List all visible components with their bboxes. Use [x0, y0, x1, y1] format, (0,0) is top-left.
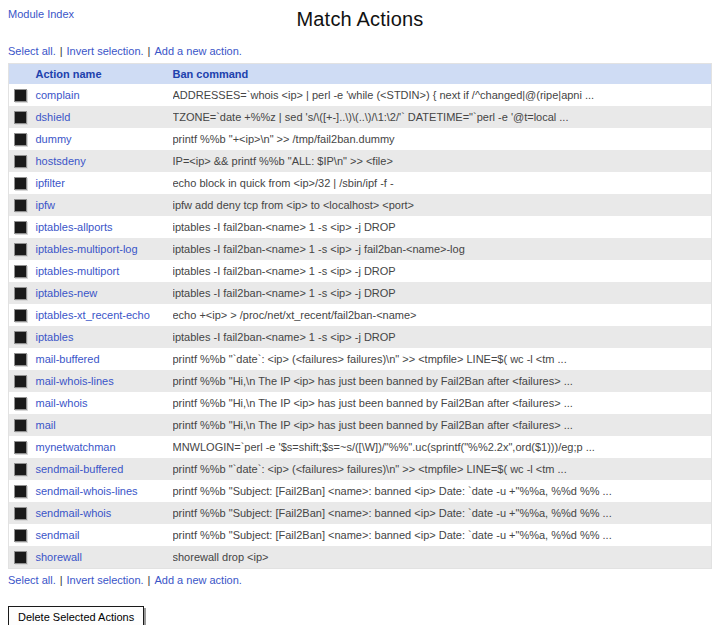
- ban-command-column-header: Ban command: [173, 64, 712, 85]
- ban-command-text: printf %%b "Subject: [Fail2Ban] <name>: …: [173, 480, 712, 502]
- action-name-link[interactable]: shorewall: [36, 551, 82, 563]
- ban-command-text: printf %%b "Hi,\n The IP <ip> has just b…: [173, 392, 712, 414]
- table-row: iptables-new iptables -I fail2ban-<name>…: [9, 282, 712, 304]
- invert-selection-link-bottom[interactable]: Invert selection.: [67, 574, 144, 586]
- table-row: iptables-allports iptables -I fail2ban-<…: [9, 216, 712, 238]
- table-row: iptables-multiport iptables -I fail2ban-…: [9, 260, 712, 282]
- module-index-link[interactable]: Module Index: [8, 8, 74, 20]
- action-name-link[interactable]: sendmail: [36, 529, 80, 541]
- row-checkbox[interactable]: [14, 551, 27, 564]
- ban-command-text: printf %%b "Subject: [Fail2Ban] <name>: …: [173, 524, 712, 546]
- ban-command-text: shorewall drop <ip>: [173, 546, 712, 568]
- table-row: ipfilter echo block in quick from <ip>/3…: [9, 172, 712, 194]
- top-bar: Module Index Match Actions: [8, 6, 712, 40]
- row-checkbox[interactable]: [14, 155, 27, 168]
- action-name-link[interactable]: iptables-multiport-log: [36, 243, 138, 255]
- invert-selection-link-top[interactable]: Invert selection.: [67, 45, 144, 57]
- ban-command-text: iptables -I fail2ban-<name> 1 -s <ip> -j…: [173, 260, 712, 282]
- ban-command-text: iptables -I fail2ban-<name> 1 -s <ip> -j…: [173, 282, 712, 304]
- ban-command-text: ipfw add deny tcp from <ip> to <localhos…: [173, 194, 712, 216]
- action-name-link[interactable]: sendmail-buffered: [36, 463, 124, 475]
- row-checkbox[interactable]: [14, 485, 27, 498]
- row-checkbox[interactable]: [14, 507, 27, 520]
- action-name-link[interactable]: sendmail-whois: [36, 507, 112, 519]
- add-new-action-link-top[interactable]: Add a new action.: [154, 45, 241, 57]
- row-checkbox[interactable]: [14, 111, 27, 124]
- table-row: sendmail-whois printf %%b "Subject: [Fai…: [9, 502, 712, 524]
- table-row: complain ADDRESSES=`whois <ip> | perl -e…: [9, 84, 712, 106]
- action-name-column-header: Action name: [36, 64, 173, 85]
- ban-command-text: printf %%b "Subject: [Fail2Ban] <name>: …: [173, 502, 712, 524]
- action-name-link[interactable]: dshield: [36, 111, 71, 123]
- row-checkbox[interactable]: [14, 309, 27, 322]
- link-separator: |: [60, 45, 63, 57]
- ban-command-text: echo block in quick from <ip>/32 | /sbin…: [173, 172, 712, 194]
- ban-command-text: iptables -I fail2ban-<name> 1 -s <ip> -j…: [173, 216, 712, 238]
- table-row: sendmail-buffered printf %%b "`date`: <i…: [9, 458, 712, 480]
- row-checkbox[interactable]: [14, 199, 27, 212]
- action-name-link[interactable]: iptables: [36, 331, 74, 343]
- row-checkbox[interactable]: [14, 287, 27, 300]
- action-name-link[interactable]: mynetwatchman: [36, 441, 116, 453]
- table-row: sendmail printf %%b "Subject: [Fail2Ban]…: [9, 524, 712, 546]
- ban-command-text: printf %%b "`date`: <ip> (<failures> fai…: [173, 348, 712, 370]
- table-row: mail-buffered printf %%b "`date`: <ip> (…: [9, 348, 712, 370]
- action-name-link[interactable]: iptables-xt_recent-echo: [36, 309, 150, 321]
- table-row: sendmail-whois-lines printf %%b "Subject…: [9, 480, 712, 502]
- action-name-link[interactable]: mail-whois-lines: [36, 375, 114, 387]
- row-checkbox[interactable]: [14, 221, 27, 234]
- row-checkbox[interactable]: [14, 419, 27, 432]
- ban-command-text: iptables -I fail2ban-<name> 1 -s <ip> -j…: [173, 238, 712, 260]
- ban-command-text: iptables -I fail2ban-<name> 1 -s <ip> -j…: [173, 326, 712, 348]
- action-name-link[interactable]: complain: [36, 89, 80, 101]
- action-name-link[interactable]: mail: [36, 419, 56, 431]
- select-all-link-bottom[interactable]: Select all.: [8, 574, 56, 586]
- row-checkbox[interactable]: [14, 397, 27, 410]
- table-row: mail-whois-lines printf %%b "Hi,\n The I…: [9, 370, 712, 392]
- action-name-link[interactable]: iptables-multiport: [36, 265, 120, 277]
- action-name-link[interactable]: iptables-new: [36, 287, 98, 299]
- actions-table: Action name Ban command complain ADDRESS…: [8, 63, 712, 569]
- table-row: ipfw ipfw add deny tcp from <ip> to <loc…: [9, 194, 712, 216]
- row-checkbox[interactable]: [14, 89, 27, 102]
- row-checkbox[interactable]: [14, 177, 27, 190]
- action-name-link[interactable]: sendmail-whois-lines: [36, 485, 138, 497]
- table-row: iptables-xt_recent-echo echo +<ip> > /pr…: [9, 304, 712, 326]
- row-checkbox[interactable]: [14, 353, 27, 366]
- table-row: mail printf %%b "Hi,\n The IP <ip> has j…: [9, 414, 712, 436]
- action-name-link[interactable]: hostsdeny: [36, 155, 86, 167]
- ban-command-text: printf %%b "+<ip>\n" >> /tmp/fail2ban.du…: [173, 128, 712, 150]
- table-row: shorewall shorewall drop <ip>: [9, 546, 712, 568]
- row-checkbox[interactable]: [14, 375, 27, 388]
- delete-selected-actions-button[interactable]: Delete Selected Actions: [8, 606, 144, 625]
- table-row: iptables-multiport-log iptables -I fail2…: [9, 238, 712, 260]
- selection-links-top: Select all.|Invert selection.|Add a new …: [8, 45, 712, 57]
- link-separator: |: [148, 574, 151, 586]
- action-name-link[interactable]: mail-whois: [36, 397, 88, 409]
- ban-command-text: IP=<ip> && printf %%b "ALL: $IP\n" >> <f…: [173, 150, 712, 172]
- add-new-action-link-bottom[interactable]: Add a new action.: [154, 574, 241, 586]
- link-separator: |: [60, 574, 63, 586]
- row-checkbox[interactable]: [14, 463, 27, 476]
- selection-links-bottom: Select all.|Invert selection.|Add a new …: [8, 574, 712, 586]
- row-checkbox[interactable]: [14, 331, 27, 344]
- row-checkbox[interactable]: [14, 529, 27, 542]
- action-name-link[interactable]: iptables-allports: [36, 221, 113, 233]
- link-separator: |: [148, 45, 151, 57]
- action-name-link[interactable]: dummy: [36, 133, 72, 145]
- row-checkbox[interactable]: [14, 133, 27, 146]
- action-name-link[interactable]: ipfw: [36, 199, 56, 211]
- table-header-row: Action name Ban command: [9, 64, 712, 85]
- row-checkbox[interactable]: [14, 441, 27, 454]
- select-all-link-top[interactable]: Select all.: [8, 45, 56, 57]
- table-row: dshield TZONE=`date +%%z | sed 's/\([+-]…: [9, 106, 712, 128]
- row-checkbox[interactable]: [14, 243, 27, 256]
- table-row: mail-whois printf %%b "Hi,\n The IP <ip>…: [9, 392, 712, 414]
- action-name-link[interactable]: mail-buffered: [36, 353, 100, 365]
- table-row: hostsdeny IP=<ip> && printf %%b "ALL: $I…: [9, 150, 712, 172]
- row-checkbox[interactable]: [14, 265, 27, 278]
- checkbox-column-header: [9, 64, 36, 85]
- table-row: mynetwatchman MNWLOGIN=`perl -e '$s=shif…: [9, 436, 712, 458]
- action-name-link[interactable]: ipfilter: [36, 177, 65, 189]
- ban-command-text: TZONE=`date +%%z | sed 's/\([+-]..\)\(..…: [173, 106, 712, 128]
